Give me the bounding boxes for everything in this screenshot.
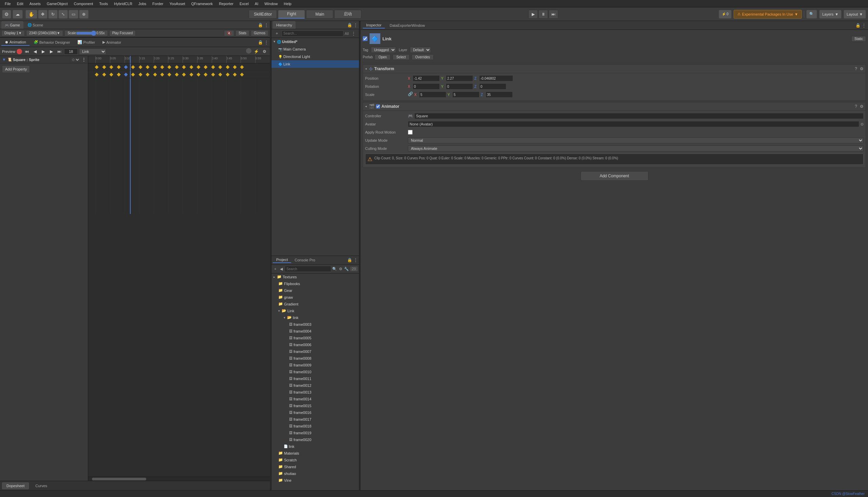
animator-header[interactable]: ▾ 🎬 Animator ? ⚙	[363, 102, 866, 111]
menu-jobs[interactable]: Jobs	[136, 1, 149, 6]
anim-lock-icon[interactable]: 🔒	[258, 40, 263, 45]
tab-inspector[interactable]: Inspector	[363, 23, 385, 28]
add-keyframe-btn[interactable]	[245, 47, 253, 55]
scale-x-input[interactable]	[419, 91, 446, 98]
proj-item-frame0011[interactable]: 🖼 frame0011	[272, 375, 359, 382]
tab-profiler[interactable]: 📊 Profiler	[74, 39, 98, 45]
play-focused-btn[interactable]: Play Focused	[109, 30, 136, 36]
update-mode-select[interactable]: Normal AnimatePhysics UnscaledTime	[408, 137, 864, 143]
keyframe-diamond[interactable]	[168, 73, 171, 76]
proj-filter-btn[interactable]: ⚙	[338, 266, 343, 272]
keyframe-diamond[interactable]	[146, 73, 150, 76]
proj-back-btn[interactable]: ◀	[279, 266, 284, 272]
pos-z-input[interactable]	[479, 75, 513, 81]
resolution-dropdown[interactable]: 2340 (2340x1080) ▼	[26, 30, 63, 36]
menu-gameobject[interactable]: GameObject	[44, 1, 71, 6]
proj-item-frame0004[interactable]: 🖼 frame0004	[272, 328, 359, 335]
keyframe-diamond[interactable]	[175, 73, 179, 76]
proj-item-frame0005[interactable]: 🖼 frame0005	[272, 335, 359, 341]
keyframe-diamond[interactable]	[153, 65, 157, 69]
collab-btn[interactable]: ⚡ 0	[719, 10, 732, 19]
tab-data-exporter[interactable]: DataExporterWindow	[386, 23, 428, 28]
keyframe-diamond[interactable]	[102, 73, 106, 76]
menu-edit[interactable]: Edit	[14, 1, 26, 6]
keyframe-diamond[interactable]	[110, 73, 113, 76]
multi-tool[interactable]: ⊕	[79, 10, 88, 19]
keyframe-diamond[interactable]	[204, 65, 208, 69]
proj-item-gnaw[interactable]: 📁 gnaw	[272, 294, 359, 301]
proj-item-frame0013[interactable]: 🖼 frame0013	[272, 389, 359, 396]
menu-tools[interactable]: Tools	[96, 1, 111, 6]
menu-help[interactable]: Help	[281, 1, 294, 6]
prev-frame-btn[interactable]: ⏮	[24, 48, 30, 55]
rect-tool[interactable]: ▭	[69, 10, 78, 19]
menu-assets[interactable]: Assets	[27, 1, 43, 6]
anim-options-icon[interactable]: ⋮	[264, 40, 268, 45]
menu-qframework[interactable]: QFramework	[189, 1, 216, 6]
fight-tab[interactable]: Fight	[278, 10, 305, 19]
keyframe-diamond[interactable]	[211, 65, 215, 69]
proj-item-frame0007[interactable]: 🖼 frame0007	[272, 348, 359, 355]
menu-hybridclr[interactable]: HybridCLR	[111, 1, 135, 6]
insp-options-icon[interactable]: ⋮	[862, 23, 866, 28]
tab-game[interactable]: 🎮 Game	[1, 22, 24, 29]
proj-item-frame0016[interactable]: 🖼 frame0016	[272, 409, 359, 416]
proj-item-textures[interactable]: ▸ 📁 Textures	[272, 273, 359, 280]
proj-item-frame0015[interactable]: 🖼 frame0015	[272, 402, 359, 409]
menu-window[interactable]: Window	[262, 1, 280, 6]
static-button[interactable]: Static	[851, 36, 866, 42]
add-event-btn[interactable]: ⚡	[253, 48, 260, 55]
tab-animation[interactable]: ⏺ Animation	[1, 39, 29, 46]
hierarchy-item-directional-light[interactable]: 💡 Directional Light	[272, 53, 359, 60]
rotate-tool[interactable]: ↻	[48, 10, 58, 19]
rot-z-input[interactable]	[479, 83, 506, 89]
keyframe-diamond[interactable]	[138, 73, 142, 76]
keyframe-diamond[interactable]	[219, 65, 222, 69]
tab-project[interactable]: Project	[273, 257, 291, 263]
hier-search-input[interactable]	[281, 30, 343, 37]
select-prefab-btn[interactable]: Select	[392, 54, 410, 60]
tab-scene[interactable]: 🌐 Scene	[24, 22, 46, 29]
keyframe-diamond[interactable]	[182, 73, 186, 76]
hierarchy-item-untitled[interactable]: ▸ 🌐 Untitled*	[272, 38, 359, 45]
scale-tool[interactable]: ⤡	[58, 10, 68, 19]
proj-search-btn[interactable]: 🔍	[332, 266, 337, 272]
keyframe-diamond-current[interactable]	[124, 65, 128, 69]
culling-mode-select[interactable]: Always Animate Cull Update Transforms Cu…	[408, 145, 864, 152]
hier-options-icon[interactable]: ⋮	[354, 23, 358, 27]
keyframe-diamond[interactable]	[189, 65, 193, 69]
tab-animator[interactable]: ▶ Animator	[99, 39, 125, 45]
proj-item-frame0009[interactable]: 🖼 frame0009	[272, 362, 359, 369]
add-property-button[interactable]: Add Property	[2, 66, 30, 73]
proj-item-frame0006[interactable]: 🖼 frame0006	[272, 341, 359, 348]
play-anim-btn[interactable]: ▶	[40, 48, 46, 55]
avatar-pick-icon[interactable]: ⊙	[860, 122, 864, 126]
pos-x-input[interactable]	[413, 75, 440, 81]
transform-header[interactable]: ▾ ⊹ Transform ? ⚙	[363, 65, 866, 73]
proj-item-frame0014[interactable]: 🖼 frame0014	[272, 396, 359, 402]
keyframe-diamond[interactable]	[226, 73, 230, 76]
display-dropdown[interactable]: Display 1 ▼	[1, 30, 25, 36]
record-button[interactable]	[17, 49, 22, 54]
proj-add-btn[interactable]: +	[273, 266, 278, 272]
track-collapse-icon[interactable]: ▼	[2, 57, 6, 62]
search-btn[interactable]: 🔍	[806, 10, 817, 19]
proj-filter2-btn[interactable]: 🔧	[344, 266, 349, 272]
proj-lock-icon[interactable]: 🔒	[347, 258, 352, 262]
hierarchy-item-link[interactable]: 🔷 Link	[272, 60, 359, 68]
tab-behavior-designer[interactable]: 🧩 Behavior Designer	[30, 39, 74, 45]
track-mode-select[interactable]: ◇	[70, 57, 80, 62]
mute-btn[interactable]: 🔇	[224, 30, 234, 36]
hand-tool[interactable]: ✋	[26, 10, 37, 19]
keyframe-diamond[interactable]	[124, 73, 128, 76]
proj-item-link-file[interactable]: 📄 link	[272, 443, 359, 450]
skill-editor-tab[interactable]: SkillEditor	[249, 10, 277, 19]
keyframe-diamond[interactable]	[117, 65, 121, 69]
keyframe-diamond[interactable]	[102, 65, 106, 69]
keyframe-diamond[interactable]	[189, 73, 193, 76]
proj-item-frame0003[interactable]: 🖼 frame0003	[272, 321, 359, 328]
frame-input[interactable]	[64, 48, 78, 55]
keyframe-diamond[interactable]	[117, 73, 121, 76]
keyframe-diamond[interactable]	[95, 73, 99, 76]
proj-item-gear[interactable]: 📁 Gear	[272, 287, 359, 294]
